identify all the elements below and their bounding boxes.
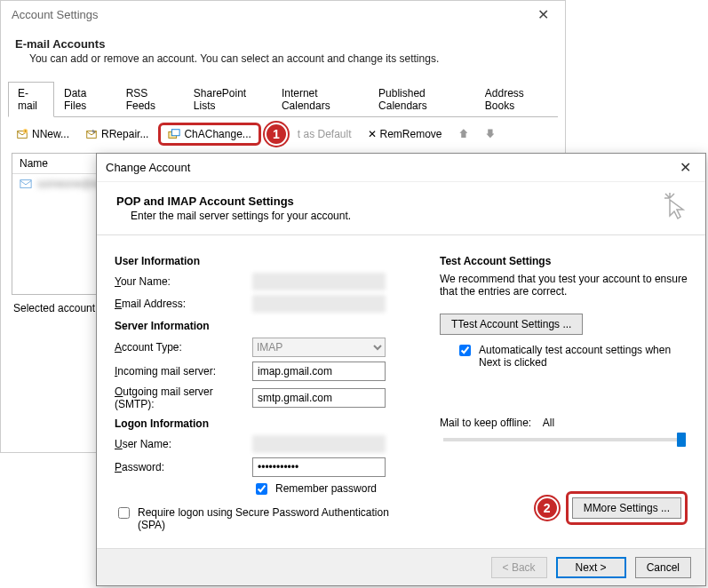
tab-rss[interactable]: RSS Feeds: [116, 82, 184, 117]
label-your-name: Your Name:: [115, 275, 252, 288]
email-field[interactable]: [252, 295, 386, 313]
auto-test-checkbox[interactable]: [459, 345, 471, 356]
test-desc: We recommend that you test your account …: [440, 273, 688, 298]
email-accounts-heading: E-mail Accounts: [15, 37, 551, 51]
svg-rect-5: [172, 130, 180, 136]
move-up-button[interactable]: 🡅: [452, 124, 475, 144]
spa-label: Require logon using Secure Password Auth…: [138, 506, 389, 531]
account-type-select: IMAP: [252, 338, 386, 357]
section-user-info: User Information: [115, 255, 426, 267]
tab-email[interactable]: E-mail: [8, 82, 54, 117]
label-password: Password:: [115, 461, 252, 473]
more-settings-button[interactable]: MMore Settings ...: [572, 497, 681, 519]
mail-offline-label: Mail to keep offline:: [440, 417, 531, 429]
change-account-button[interactable]: ChAChange...: [158, 123, 260, 146]
tab-internet-cal[interactable]: Internet Calendars: [272, 82, 369, 117]
tab-address-books[interactable]: Address Books: [475, 82, 558, 117]
set-default-button[interactable]: t as Default: [291, 124, 358, 144]
change-account-dialog: Change Account ✕ POP and IMAP Account Se…: [96, 153, 706, 586]
arrow-up-icon: 🡅: [458, 128, 469, 140]
repair-icon: [85, 128, 98, 140]
remember-password-label: Remember password: [275, 482, 377, 495]
close-icon[interactable]: ✕: [674, 159, 696, 176]
change-account-title: Change Account: [106, 161, 190, 174]
remember-password-checkbox[interactable]: [256, 483, 267, 495]
repair-account-button[interactable]: RRepair...: [79, 124, 155, 144]
new-account-button[interactable]: ✦ NNew...: [10, 124, 76, 144]
svg-rect-6: [20, 180, 31, 188]
auto-test-label: Automatically test account settings when…: [479, 344, 688, 369]
remove-icon: ✕: [368, 128, 377, 140]
remove-account-button[interactable]: ✕ RemRemove: [362, 124, 449, 144]
mail-icon: [20, 178, 32, 190]
section-logon-info: Logon Information: [115, 417, 426, 430]
accounts-toolbar: ✦ NNew... RRepair... ChAChange... 1 t as…: [1, 117, 565, 151]
arrow-down-icon: 🡇: [485, 128, 496, 140]
section-test: Test Account Settings: [440, 255, 688, 267]
cancel-button[interactable]: Cancel: [635, 557, 691, 578]
next-button[interactable]: Next >: [556, 557, 626, 578]
your-name-field[interactable]: [252, 273, 386, 290]
password-field[interactable]: [252, 457, 386, 477]
back-button: < Back: [491, 557, 547, 578]
cursor-click-icon: [657, 189, 689, 221]
label-incoming: Incoming mail server:: [115, 365, 252, 377]
tab-data-files[interactable]: Data Files: [54, 82, 116, 117]
close-icon[interactable]: ✕: [532, 6, 554, 23]
test-account-button[interactable]: TTest Account Settings ...: [440, 314, 583, 335]
tab-sharepoint[interactable]: SharePoint Lists: [184, 82, 272, 117]
email-accounts-desc: You can add or remove an account. You ca…: [29, 52, 551, 65]
tab-published-cal[interactable]: Published Calendars: [369, 82, 475, 117]
slider-thumb[interactable]: [677, 433, 686, 447]
dialog-heading: POP and IMAP Account Settings: [116, 195, 351, 208]
new-icon: ✦: [16, 128, 28, 140]
outgoing-server-field[interactable]: [252, 388, 386, 408]
change-icon: [168, 128, 180, 140]
settings-tabs: E-mail Data Files RSS Feeds SharePoint L…: [8, 81, 558, 117]
label-account-type: Account Type:: [115, 341, 252, 354]
spa-checkbox[interactable]: [118, 507, 130, 519]
move-down-button[interactable]: 🡇: [479, 124, 502, 144]
mail-offline-value: All: [543, 417, 554, 429]
username-field[interactable]: [252, 435, 386, 453]
label-email: Email Address:: [115, 298, 252, 310]
mail-offline-slider[interactable]: [443, 438, 684, 441]
step-2-badge: 2: [536, 497, 559, 520]
section-server-info: Server Information: [115, 320, 426, 332]
wizard-footer: < Back Next > Cancel: [97, 548, 705, 585]
label-outgoing: Outgoing mail server (SMTP):: [115, 385, 252, 410]
account-settings-title: Account Settings: [12, 8, 99, 21]
incoming-server-field[interactable]: [252, 362, 386, 381]
label-username: User Name:: [115, 438, 252, 450]
dialog-subheading: Enter the mail server settings for your …: [131, 210, 351, 222]
step-1-badge: 1: [265, 123, 288, 146]
